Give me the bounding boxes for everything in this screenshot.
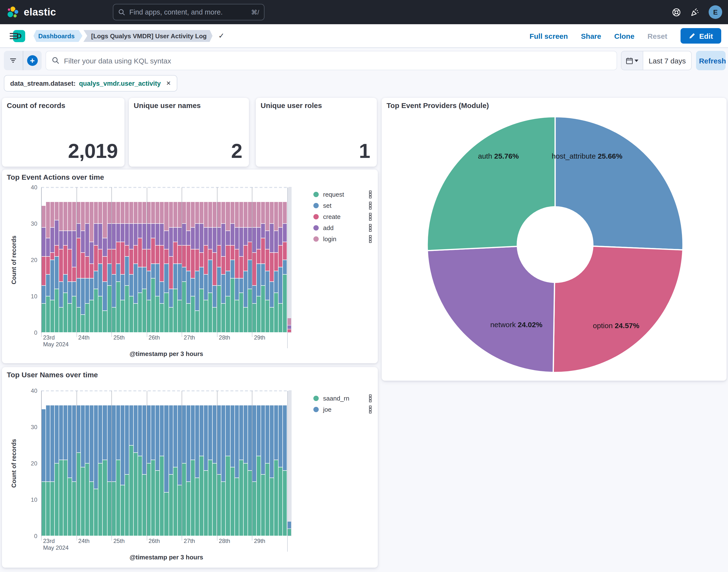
bar-segment-add[interactable] — [187, 231, 190, 245]
bar-segment-create[interactable] — [204, 245, 208, 274]
bar-segment-login[interactable] — [279, 202, 283, 227]
bar-segment-add[interactable] — [134, 224, 138, 245]
bar-segment-saand_rn[interactable] — [156, 471, 160, 536]
bar-segment-request[interactable] — [134, 304, 138, 333]
global-search-input[interactable]: Find apps, content, and more. ⌘/ — [113, 4, 265, 20]
bar-segment-joe[interactable] — [230, 405, 234, 467]
bar-segment-request[interactable] — [177, 300, 181, 333]
bar-segment-add[interactable] — [63, 231, 67, 245]
bar-segment-create[interactable] — [200, 253, 204, 267]
add-filter-button[interactable]: + — [23, 51, 42, 70]
bar-segment-saand_rn[interactable] — [287, 529, 291, 536]
bar-segment-add[interactable] — [164, 231, 168, 249]
bar-segment-add[interactable] — [204, 227, 208, 245]
bar-segment-create[interactable] — [261, 238, 265, 264]
bar-segment-add[interactable] — [270, 224, 274, 253]
bar-segment-saand_rn[interactable] — [217, 475, 221, 536]
bar-segment-set[interactable] — [72, 282, 76, 296]
bar-segment-joe[interactable] — [90, 405, 94, 482]
bar-segment-saand_rn[interactable] — [147, 463, 151, 536]
bar-segment-request[interactable] — [173, 289, 177, 333]
bar-segment-request[interactable] — [261, 286, 265, 333]
bar-segment-login[interactable] — [208, 202, 212, 227]
bar-segment-joe[interactable] — [94, 405, 98, 489]
bar-segment-saand_rn[interactable] — [103, 460, 107, 536]
bar-segment-set[interactable] — [151, 264, 155, 278]
bar-segment-create[interactable] — [191, 249, 195, 278]
bar-segment-create[interactable] — [164, 249, 168, 264]
bar-segment-login[interactable] — [50, 202, 54, 227]
bar-segment-joe[interactable] — [173, 405, 177, 467]
bar-segment-login[interactable] — [266, 202, 269, 231]
bar-segment-add[interactable] — [182, 224, 186, 245]
bar-segment-add[interactable] — [72, 231, 76, 267]
bar-segment-create[interactable] — [243, 245, 247, 271]
bar-segment-saand_rn[interactable] — [129, 445, 133, 536]
bar-segment-add[interactable] — [169, 227, 173, 256]
bar-segment-request[interactable] — [85, 304, 89, 333]
bar-segment-create[interactable] — [279, 245, 283, 267]
bar-segment-joe[interactable] — [261, 405, 265, 474]
bar-segment-add[interactable] — [257, 227, 261, 249]
bar-segment-add[interactable] — [261, 224, 265, 238]
bar-segment-login[interactable] — [160, 202, 164, 223]
bar-segment-saand_rn[interactable] — [142, 475, 146, 536]
legend-item-saand_rn[interactable]: saand_rn — [313, 394, 372, 403]
bar-segment-login[interactable] — [252, 202, 256, 227]
bar-segment-add[interactable] — [279, 227, 283, 245]
bar-segment-request[interactable] — [266, 300, 269, 333]
bar-segment-request[interactable] — [94, 289, 98, 333]
bar-segment-request[interactable] — [200, 289, 204, 333]
bar-segment-joe[interactable] — [134, 405, 138, 452]
bar-segment-add[interactable] — [42, 227, 45, 256]
bar-segment-request[interactable] — [257, 296, 261, 333]
bar-segment-request[interactable] — [63, 293, 67, 333]
bar-segment-joe[interactable] — [55, 405, 58, 463]
bar-segment-create[interactable] — [208, 249, 212, 260]
bar-segment-set[interactable] — [169, 289, 173, 307]
bar-segment-set[interactable] — [182, 267, 186, 282]
bar-segment-create[interactable] — [230, 245, 234, 260]
bar-segment-create[interactable] — [42, 257, 45, 285]
bar-segment-login[interactable] — [195, 202, 199, 223]
bar-segment-create[interactable] — [46, 257, 50, 274]
bar-segment-saand_rn[interactable] — [252, 482, 256, 536]
bar-segment-set[interactable] — [98, 264, 102, 296]
bar-segment-joe[interactable] — [42, 409, 45, 482]
bar-segment-create[interactable] — [248, 242, 252, 260]
legend-item-login[interactable]: login — [313, 235, 372, 243]
full-screen-button[interactable]: Full screen — [529, 32, 568, 40]
bar-segment-saand_rn[interactable] — [160, 456, 164, 536]
bar-segment-request[interactable] — [125, 286, 129, 333]
bar-segment-add[interactable] — [68, 231, 72, 249]
bar-segment-create[interactable] — [94, 245, 98, 271]
bar-segment-login[interactable] — [226, 202, 230, 231]
bar-segment-create[interactable] — [222, 257, 225, 274]
bar-segment-login[interactable] — [59, 202, 63, 231]
date-quick-select[interactable] — [622, 51, 643, 70]
bar-segment-add[interactable] — [156, 224, 160, 245]
bar-segment-joe[interactable] — [287, 522, 291, 529]
bar-segment-login[interactable] — [125, 202, 129, 223]
bar-segment-login[interactable] — [191, 202, 195, 227]
bar-segment-add[interactable] — [213, 227, 217, 253]
bar-segment-saand_rn[interactable] — [63, 460, 67, 536]
bar-segment-joe[interactable] — [213, 405, 217, 463]
bar-segment-add[interactable] — [243, 227, 247, 245]
bar-segment-create[interactable] — [63, 245, 67, 274]
bar-segment-create[interactable] — [160, 245, 164, 282]
bar-segment-joe[interactable] — [177, 405, 181, 485]
bar-segment-joe[interactable] — [243, 405, 247, 463]
bar-segment-request[interactable] — [239, 293, 243, 333]
refresh-button[interactable]: Refresh — [696, 51, 726, 70]
bar-segment-add[interactable] — [208, 227, 212, 249]
bar-segment-request[interactable] — [156, 296, 160, 333]
bar-segment-request[interactable] — [98, 296, 102, 333]
bar-segment-joe[interactable] — [169, 405, 173, 474]
bar-segment-request[interactable] — [208, 293, 212, 333]
bar-segment-add[interactable] — [59, 231, 63, 249]
bar-segment-create[interactable] — [217, 245, 221, 267]
elastic-brand[interactable]: elastic — [6, 6, 56, 19]
bar-segment-request[interactable] — [72, 296, 76, 333]
bar-segment-joe[interactable] — [156, 405, 160, 471]
